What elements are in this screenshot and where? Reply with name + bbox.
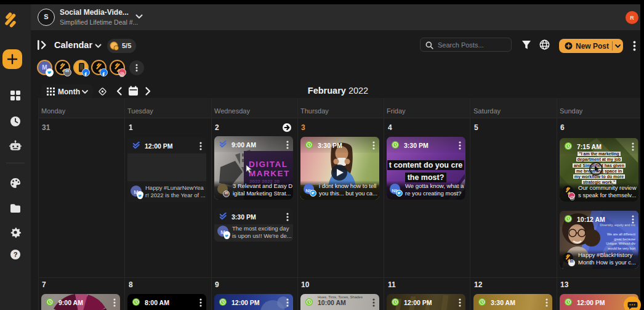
- svg-text:?: ?: [14, 251, 18, 258]
